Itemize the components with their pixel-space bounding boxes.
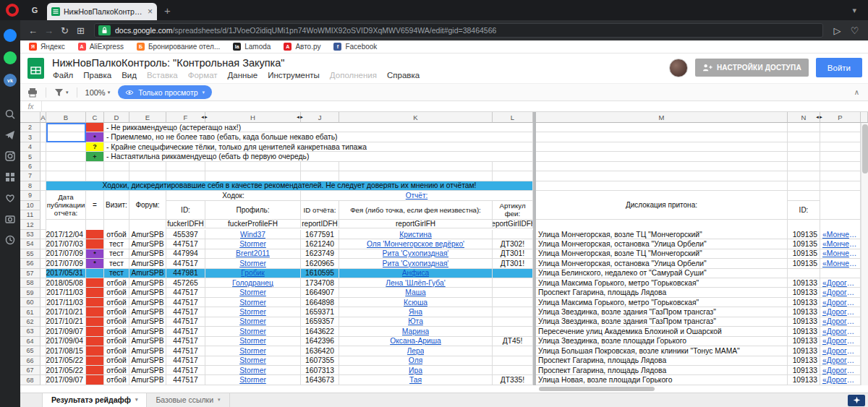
cell-report-id[interactable]: 1610595 xyxy=(301,269,339,278)
cell-forum[interactable]: AmurSPB xyxy=(129,259,166,268)
cell[interactable] xyxy=(820,142,861,152)
cell[interactable] xyxy=(41,142,46,152)
cell-fucker-id[interactable]: 447517 xyxy=(166,346,205,356)
topic-link[interactable]: «Дорогие ми xyxy=(822,299,858,307)
cell-girl[interactable]: Тая xyxy=(339,375,493,385)
legend-swatch[interactable] xyxy=(86,123,104,132)
tab-close-icon[interactable]: × xyxy=(148,7,153,16)
row-number[interactable]: 8 xyxy=(20,181,41,191)
cell-report-id[interactable]: 1607355 xyxy=(301,356,339,366)
horizontal-scrollbar[interactable] xyxy=(20,385,868,393)
cell[interactable] xyxy=(820,152,861,161)
cell-report-id[interactable]: 1664898 xyxy=(301,298,339,307)
column-header-E[interactable]: E xyxy=(129,112,166,123)
menu-item[interactable]: Файл xyxy=(48,71,78,80)
girl-link[interactable]: Лена 'Шлёп-Губа' xyxy=(386,279,445,287)
sheets-logo-icon[interactable] xyxy=(27,58,44,79)
cell-address[interactable]: Проспект Гагарина, площадь Лядова xyxy=(536,288,788,297)
cell-profile[interactable]: Гробик xyxy=(205,269,301,278)
cell-visit[interactable]: отбой xyxy=(104,278,129,288)
tab-menu-icon[interactable]: ▾ xyxy=(852,6,856,15)
profile-link[interactable]: Stormer xyxy=(239,288,266,296)
url-field[interactable]: docs.google.com/spreadsheets/d/1JVoeO2id… xyxy=(94,23,823,38)
cell-report-id[interactable]: 1623749 xyxy=(301,249,339,259)
cell-topic[interactable]: «Дорогие ми xyxy=(820,317,861,327)
bookmark-item[interactable]: fFacebook xyxy=(333,43,377,51)
cell-report-id[interactable]: 1643622 xyxy=(301,327,339,336)
messenger-icon[interactable] xyxy=(4,29,17,42)
cell[interactable] xyxy=(788,123,820,132)
cell-legend[interactable] xyxy=(86,327,104,336)
column-header-P[interactable]: P◄► xyxy=(820,112,861,123)
row-number[interactable]: 64 xyxy=(20,337,41,346)
explore-button[interactable] xyxy=(848,395,865,406)
topic-link[interactable]: «Дорогие ми xyxy=(822,327,858,335)
girl-link[interactable]: Ксюша xyxy=(404,299,427,307)
menu-item[interactable]: Инструменты xyxy=(263,71,325,80)
row-number[interactable]: 56 xyxy=(20,259,41,268)
cell-fucker-id[interactable]: 447517 xyxy=(166,239,205,249)
cell-girl[interactable]: Кристина xyxy=(339,230,493,239)
cell[interactable] xyxy=(788,142,820,152)
cell-profile[interactable]: Stormer xyxy=(205,327,301,336)
bookmark-item[interactable]: ААвто.ру xyxy=(284,43,320,51)
topic-link[interactable]: «Дорогие ми xyxy=(822,279,858,287)
cell-topic-id[interactable] xyxy=(788,269,820,278)
row-number[interactable]: 67 xyxy=(20,366,41,375)
menu-item[interactable]: Справка xyxy=(382,71,425,80)
column-header-F[interactable]: F xyxy=(166,112,205,123)
cell[interactable] xyxy=(820,162,861,171)
row-number[interactable]: 63 xyxy=(20,327,41,336)
column-header-H[interactable]: H◄► xyxy=(205,112,301,123)
cell-profile[interactable]: Stormer xyxy=(205,356,301,366)
cell-forum[interactable]: AmurSPB xyxy=(129,239,166,249)
cell-topic-id[interactable]: 109133 xyxy=(788,278,820,288)
cell-girl-id[interactable] xyxy=(493,288,533,297)
cell-girl-id[interactable]: ДТ302! xyxy=(493,239,533,249)
cell-date[interactable]: 2017/05/22 xyxy=(46,356,86,366)
cell-girl[interactable]: Оля 'Мончегорское ведёрко' xyxy=(339,239,493,249)
topic-link[interactable]: «Дорогие ми xyxy=(822,288,858,296)
cell-fucker-id[interactable]: 447517 xyxy=(166,317,205,327)
cell-date[interactable]: 2017/12/04 xyxy=(46,230,86,239)
girl-link[interactable]: Кристина xyxy=(399,231,432,239)
profile-link[interactable]: Stormer xyxy=(239,299,266,307)
cell-topic[interactable]: «Дорогие ми xyxy=(820,327,861,336)
cell-girl-id[interactable] xyxy=(493,298,533,307)
cell-girl-id[interactable] xyxy=(493,327,533,336)
cell-address[interactable]: Улица Звездинка, возле здания "ГазПром т… xyxy=(536,307,788,317)
cell-address[interactable]: Улица Максима Горького, метро "Горьковск… xyxy=(536,278,788,288)
profile-link[interactable]: Голодранец xyxy=(232,279,273,287)
cell-girl-id[interactable]: ДТ301! xyxy=(493,249,533,259)
profile-link[interactable]: Stormer xyxy=(239,240,266,248)
cell-address[interactable]: Улица Звездинка, возле площади Горького xyxy=(536,337,788,346)
topic-link[interactable]: «Дорогие ми xyxy=(822,367,858,374)
cell-date[interactable]: 2017/09/07 xyxy=(46,375,86,385)
cell-report-id[interactable]: 1659357 xyxy=(301,317,339,327)
cell-topic[interactable]: «Дорогие ми xyxy=(820,288,861,297)
cell-topic[interactable]: «Дорогие ми xyxy=(820,366,861,375)
cell[interactable] xyxy=(536,181,788,191)
row-number[interactable]: 65 xyxy=(20,346,41,356)
cell-fucker-id[interactable]: 447981 xyxy=(166,269,205,278)
cell-topic-id[interactable]: 109133 xyxy=(788,298,820,307)
cell-address[interactable]: Улица Максима Горького, метро "Горьковск… xyxy=(536,298,788,307)
cell-forum[interactable]: AmurSPB xyxy=(129,317,166,327)
cell-profile[interactable]: Stormer xyxy=(205,346,301,356)
row-number[interactable]: 66 xyxy=(20,356,41,366)
cell-profile[interactable]: Stormer xyxy=(205,288,301,297)
cell-girl-id[interactable] xyxy=(493,278,533,288)
profile-link[interactable]: Stormer xyxy=(239,317,266,325)
cell-fucker-id[interactable]: 455397 xyxy=(166,230,205,239)
cell[interactable] xyxy=(41,269,46,278)
girl-link[interactable]: Марина xyxy=(402,327,429,335)
cell-visit[interactable]: тест xyxy=(104,239,129,249)
avatar[interactable] xyxy=(669,59,688,77)
row-number[interactable]: 59 xyxy=(20,288,41,297)
cell-legend[interactable] xyxy=(86,356,104,366)
row-number[interactable]: 2 xyxy=(20,123,41,132)
row-number[interactable]: 53 xyxy=(20,230,41,239)
cell-forum[interactable]: AmurSPB xyxy=(129,346,166,356)
cell-profile[interactable]: Stormer xyxy=(205,317,301,327)
cell-legend[interactable] xyxy=(86,317,104,327)
